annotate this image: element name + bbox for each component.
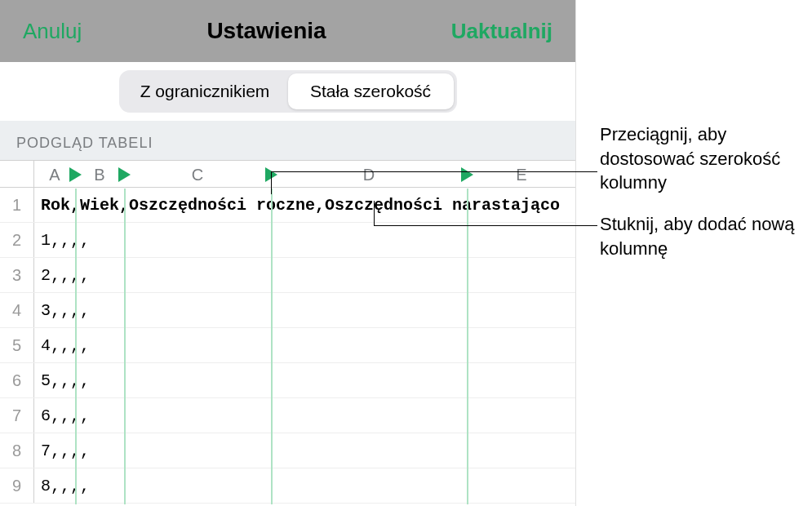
row-number: 1 [0,188,34,222]
table-row: 54,,,, [0,328,575,363]
table-row: 87,,,, [0,433,575,468]
row-content: 4,,,, [34,328,575,362]
segmented-control: Z ogranicznikiem Stała szerokość [119,70,457,113]
segment-delimited[interactable]: Z ogranicznikiem [122,73,288,109]
column-label: D [271,161,467,189]
column-separator-line [75,189,77,504]
row-number: 5 [0,328,34,362]
row-number: 7 [0,398,34,433]
row-content: Rok,Wiek,Oszczędności roczne,Oszczędnośc… [34,188,575,222]
column-label: C [124,161,271,189]
import-settings-panel: Anuluj Ustawienia Uaktualnij Z ograniczn… [0,0,576,506]
column-separator-line [124,189,126,504]
table-preview: ABCDE 1Rok,Wiek,Oszczędności roczne,Oszc… [0,160,575,504]
callout-line [374,201,375,225]
column-width-handle[interactable] [118,167,131,182]
row-number: 8 [0,433,34,468]
titlebar: Anuluj Ustawienia Uaktualnij [0,0,575,62]
table-row: 32,,,, [0,258,575,293]
table-row: 98,,,, [0,468,575,504]
callout-line [374,225,597,226]
row-number: 3 [0,258,34,292]
callout-line [271,171,272,194]
row-content: 5,,,, [34,363,575,397]
column-label: E [467,161,576,189]
column-separator-line [271,189,273,504]
table-row: 65,,,, [0,363,575,398]
row-content: 2,,,, [34,258,575,292]
row-number: 6 [0,363,34,397]
column-headers[interactable]: ABCDE [34,161,575,187]
table-row: 76,,,, [0,398,575,433]
table-row: 21,,,, [0,223,575,258]
annotation-tap: Stuknij, aby dodać nową kolumnę [600,212,804,260]
update-button[interactable]: Uaktualnij [451,19,552,44]
segmented-control-wrap: Z ogranicznikiem Stała szerokość [0,62,575,121]
row-content: 8,,,, [34,468,575,503]
row-number: 4 [0,293,34,327]
column-header-row: ABCDE [0,160,575,188]
row-number: 2 [0,223,34,257]
column-separator-line [467,189,468,504]
segment-fixed-width[interactable]: Stała szerokość [288,73,454,109]
section-header-preview: PODGLĄD TABELI [0,121,575,160]
data-rows: 1Rok,Wiek,Oszczędności roczne,Oszczędnoś… [0,188,575,504]
page-title: Ustawienia [206,18,326,44]
row-content: 6,,,, [34,398,575,433]
callout-line [271,171,597,172]
cancel-button[interactable]: Anuluj [23,19,82,44]
column-width-handle[interactable] [461,167,473,182]
row-gutter-header [0,161,34,187]
table-row: 1Rok,Wiek,Oszczędności roczne,Oszczędnoś… [0,188,575,223]
annotation-drag: Przeciągnij, aby dostosować szerokość ko… [600,122,804,195]
row-content: 3,,,, [34,293,575,327]
column-width-handle[interactable] [69,167,82,182]
row-content: 1,,,, [34,223,575,257]
column-label: B [75,161,124,189]
row-number: 9 [0,468,34,503]
row-content: 7,,,, [34,433,575,468]
table-row: 43,,,, [0,293,575,328]
